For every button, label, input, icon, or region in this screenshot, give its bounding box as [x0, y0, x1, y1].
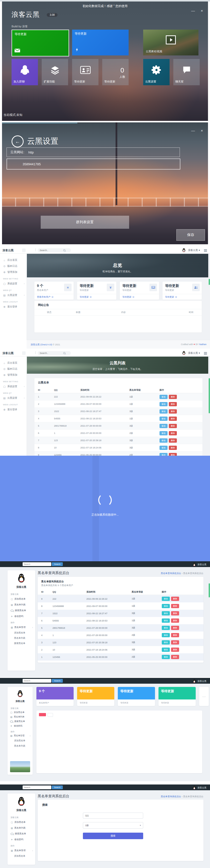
sidebar-item-system-settings[interactable]: ▢系统设置‹ — [0, 281, 27, 287]
tile-cloud-settings[interactable]: 云黑设置 — [143, 59, 169, 85]
breadcrumb-link[interactable]: 黑名单查询系统后台 — [161, 572, 181, 575]
tile-tutorial-video[interactable]: 云黑教程视频 — [143, 30, 199, 55]
edit-button[interactable]: 修改 — [159, 453, 167, 456]
delete-button[interactable]: 删除 — [171, 626, 179, 630]
search-input[interactable] — [38, 351, 71, 355]
red-tag[interactable] — [39, 713, 46, 716]
level-select[interactable]: 1级▾ — [83, 822, 143, 829]
edit-button[interactable]: 修改 — [162, 604, 170, 608]
delete-button[interactable]: 删除 — [169, 402, 177, 406]
sidebar-item-search[interactable]: 搜索黑名单 — [7, 719, 33, 724]
delete-button[interactable]: 删除 — [171, 633, 179, 637]
tile-join-group[interactable]: 加入群聊 — [11, 59, 38, 85]
light-tag[interactable] — [48, 713, 53, 717]
sidebar-item-manage[interactable]: ▧黑名单管理› — [7, 848, 35, 854]
search-button[interactable]: Search — [52, 785, 63, 789]
search-input[interactable] — [23, 785, 51, 789]
sidebar-subitem-search[interactable]: 搜索黑名单 — [7, 641, 35, 646]
stat-link[interactable]: 查看所有用户⊙ — [34, 294, 74, 300]
sidebar-item-password[interactable]: ✈修改密码 — [7, 614, 35, 619]
sidebar-item-logout[interactable]: ⊗退出登录 — [0, 304, 27, 310]
edit-button[interactable]: 修改 — [159, 438, 167, 443]
edit-button[interactable]: 修改 — [162, 611, 170, 615]
edit-button[interactable]: 修改 — [159, 395, 167, 399]
edit-button[interactable]: 修改 — [159, 431, 167, 435]
tile-update-green[interactable]: 等待更新 — [11, 30, 69, 56]
sidebar-toggle[interactable] — [22, 351, 26, 355]
sidebar-item-cloud-settings[interactable]: ▤云黑设置‹ — [0, 395, 27, 401]
edit-button[interactable]: 修改 — [159, 416, 167, 421]
sidebar-subitem-add[interactable]: 添加黑名单 — [7, 854, 35, 859]
kebab-menu-icon[interactable]: ⋮ — [34, 351, 37, 354]
search-input[interactable] — [23, 562, 51, 566]
menu-icon[interactable] — [204, 352, 207, 352]
user-menu[interactable]: 浪客云黑 ▾ — [188, 351, 200, 355]
search-button[interactable]: Search — [52, 562, 63, 566]
user-menu[interactable]: 浪客云黑 — [192, 786, 207, 790]
delete-button[interactable]: 删除 — [171, 655, 179, 659]
close-button[interactable]: × — [201, 128, 203, 133]
footer-brand-link[interactable]: 浪客云黑 (OneUI 4.9) — [31, 343, 52, 346]
sidebar-item-admin-add[interactable]: ⊕管理添加 — [0, 269, 27, 275]
edit-button[interactable]: 修改 — [162, 618, 170, 623]
sidebar-item-list[interactable]: ▤黑名单列表 — [7, 825, 35, 831]
sidebar-subitem-add[interactable]: 添加黑名单 — [7, 738, 33, 743]
edit-button[interactable]: 修改 — [162, 633, 170, 637]
tile-update-blue[interactable]: 等待更新 — [72, 30, 129, 55]
delete-button[interactable]: 删除 — [171, 648, 179, 652]
save-button[interactable]: 保存 — [176, 229, 205, 241]
close-button[interactable]: × — [201, 8, 203, 13]
kebab-menu-icon[interactable]: ⋮ — [34, 248, 37, 252]
edit-button[interactable]: 修改 — [159, 402, 167, 406]
sidebar-toggle[interactable] — [22, 249, 26, 252]
edit-button[interactable]: 修改 — [159, 446, 167, 450]
stat-link[interactable]: 等待更新⊙ — [162, 294, 202, 300]
chevron-left-icon[interactable]: ‹ — [203, 695, 204, 698]
sidebar-item-logout[interactable]: ⊗退出登录 — [0, 406, 27, 412]
chevron-right-icon[interactable]: › — [205, 695, 205, 698]
scrollbar[interactable] — [209, 279, 210, 285]
back-button[interactable]: ← — [11, 135, 24, 148]
scrollbar[interactable] — [209, 378, 210, 413]
sidebar-item-password[interactable]: ✈修改密码 — [7, 724, 33, 728]
edit-button[interactable]: 修改 — [162, 597, 170, 601]
delete-button[interactable]: 删除 — [169, 431, 177, 435]
sidebar-item-add[interactable]: ▢添加黑名单 — [7, 819, 35, 825]
scrollbar[interactable] — [209, 583, 210, 597]
menu-icon[interactable] — [204, 249, 207, 250]
group-list-settings-button[interactable]: 群列表设置 — [41, 216, 129, 229]
delete-button[interactable]: 删除 — [169, 438, 177, 443]
pager-card[interactable]: ‹› — [199, 687, 209, 706]
qq-field[interactable]: 3589441785 — [6, 158, 180, 169]
sidebar-item-search[interactable]: 搜索黑名单 — [7, 608, 35, 614]
sidebar-item-system-settings[interactable]: ▢系统设置‹ — [0, 383, 27, 390]
minimize-button[interactable]: — — [191, 8, 195, 13]
delete-button[interactable]: 删除 — [169, 424, 177, 428]
submit-search-button[interactable]: 搜索 — [83, 833, 143, 839]
sidebar-item-admin-add[interactable]: ⊕管理添加 — [0, 372, 27, 378]
user-avatar[interactable] — [182, 248, 186, 253]
play-icon[interactable] — [166, 35, 176, 44]
edit-button[interactable]: 修改 — [162, 626, 170, 630]
delete-button[interactable]: 删除 — [171, 604, 179, 608]
edit-button[interactable]: 修改 — [159, 424, 167, 428]
qq-input[interactable] — [83, 813, 143, 818]
delete-button[interactable]: 删除 — [171, 640, 179, 645]
tile-chat-room[interactable]: 聊天室 — [173, 59, 200, 85]
sidebar-item-changelog[interactable]: ⊙版本日志 — [0, 263, 27, 269]
brand[interactable]: 浪客云黑 — [2, 249, 14, 252]
delete-button[interactable]: 删除 — [169, 409, 177, 413]
footer-author-link[interactable]: Nathan — [199, 343, 207, 346]
delete-button[interactable]: 删除 — [169, 395, 177, 399]
user-menu[interactable]: 浪客云黑 — [192, 562, 207, 566]
minimize-button[interactable]: — — [191, 128, 195, 133]
site-field[interactable]: 云黑网站: http — [6, 148, 180, 157]
stat-link[interactable]: 等待更新⊙ — [120, 294, 159, 300]
sidebar-subitem-list[interactable]: 黑名单列表 — [7, 743, 33, 749]
sidebar-subitem-list[interactable]: 黑名单列表 — [7, 636, 35, 641]
stat-link[interactable]: 等待更新⊙ — [77, 294, 116, 300]
sidebar-item-home[interactable]: ⌂后台首页 — [0, 257, 27, 263]
sidebar-item-password[interactable]: ✈修改密码 — [7, 837, 35, 842]
sidebar-item-home[interactable]: ⌂后台首页 — [0, 360, 27, 366]
sidebar-item-list[interactable]: ▤黑名单列表 — [7, 602, 35, 608]
